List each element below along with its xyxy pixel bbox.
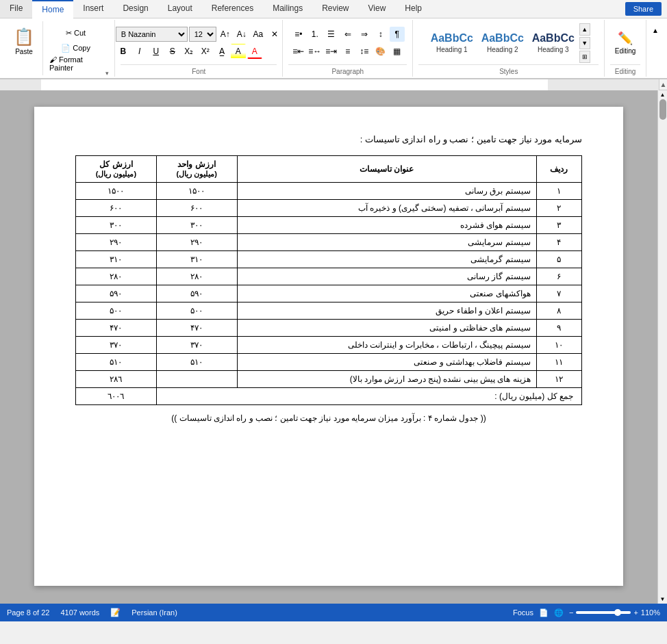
web-layout-button[interactable]: 🌐 (554, 608, 564, 617)
scroll-thumb[interactable] (659, 99, 666, 120)
tab-file[interactable]: File (0, 0, 32, 18)
format-painter-button[interactable]: 🖌 Format Painter (46, 57, 105, 70)
print-layout-button[interactable]: 📄 (539, 608, 549, 617)
clear-format-button[interactable]: ✕ (267, 27, 282, 42)
cell-name: سیستم گرمایشی (237, 251, 536, 268)
font-size-select[interactable]: 12 (189, 27, 216, 42)
zoom-in-button[interactable]: + (633, 608, 638, 617)
heading2-style[interactable]: AaBbCc Heading 2 (478, 23, 527, 63)
justify-button[interactable]: ≡ (340, 44, 355, 59)
tab-home[interactable]: Home (32, 0, 73, 18)
underline-button[interactable]: U (149, 44, 164, 59)
text-effects-button[interactable]: A̲ (214, 44, 229, 59)
cell-unit: ۴۷۰ (156, 320, 237, 337)
tab-references[interactable]: References (202, 0, 263, 18)
styles-scroll-up[interactable]: ▲ (579, 23, 590, 36)
align-right-button[interactable]: ≡⇥ (324, 44, 339, 59)
tab-insert[interactable]: Insert (73, 0, 113, 18)
styles-scroll-more[interactable]: ⊞ (579, 51, 590, 63)
cell-unit: ۲۹۰ (156, 234, 237, 251)
cell-total: ۶۰۰ (76, 200, 157, 217)
align-left-button[interactable]: ≡⇤ (291, 44, 306, 59)
vertical-scrollbar[interactable]: ▲ ▼ (657, 90, 667, 604)
subscript-button[interactable]: X₂ (181, 44, 197, 59)
cut-button[interactable]: ✂ Cut (46, 27, 105, 40)
cell-id: ۴ (536, 234, 581, 251)
status-right: Focus 📄 🌐 − + 110% (513, 608, 660, 617)
language-icon: 📝 (110, 608, 121, 617)
table-row: ۱۱سیستم فاضلاب بهداشتی و صنعتی۵۱۰۵۱۰ (76, 354, 582, 371)
increase-font-button[interactable]: A↑ (218, 27, 233, 42)
line-spacing-button[interactable]: ↕≡ (357, 44, 372, 59)
tab-mailings[interactable]: Mailings (263, 0, 312, 18)
increase-indent-button[interactable]: ⇒ (357, 27, 372, 42)
align-center-button[interactable]: ≡↔ (307, 44, 323, 59)
bullets-button[interactable]: ≡• (291, 27, 306, 42)
cell-name: سیستم هوای فشرده (237, 217, 536, 234)
paste-button[interactable]: 📋 Paste (8, 21, 40, 61)
cell-id: ۱۰ (536, 337, 581, 354)
decrease-font-button[interactable]: A↓ (234, 27, 249, 42)
heading3-style[interactable]: AaBbCc Heading 3 (529, 23, 578, 63)
editing-group: ✏️ Editing Editing (605, 20, 646, 77)
cell-id: ۹ (536, 320, 581, 337)
highlight-color-button[interactable]: A (231, 44, 246, 59)
zoom-slider[interactable] (614, 609, 621, 616)
collapse-ribbon-button[interactable]: ▲ (648, 23, 663, 38)
tab-review[interactable]: Review (312, 0, 358, 18)
cell-unit: ۳۰۰ (156, 217, 237, 234)
cell-unit: ۵۱۰ (156, 354, 237, 371)
table-row: ۱۲هزینه های پیش بینی نشده (پنج درصد ارزش… (76, 371, 582, 388)
strikethrough-button[interactable]: S (165, 44, 180, 59)
cell-name: سیستم آبرسانی ، تصفیه (سختی گیری) و ذخیر… (237, 200, 536, 217)
cell-name: سیستم فاضلاب بهداشتی و صنعتی (237, 354, 536, 371)
editing-label: Editing (615, 47, 636, 55)
document-heading: سرمایه مورد نیاز جهت تامین ؛ نصب و راه ا… (75, 134, 582, 144)
cell-id: ۳ (536, 217, 581, 234)
styles-scroll[interactable]: ▲ ▼ ⊞ (579, 23, 590, 63)
table-row: ۲سیستم آبرسانی ، تصفیه (سختی گیری) و ذخی… (76, 200, 582, 217)
word-count: 4107 words (60, 608, 99, 617)
superscript-button[interactable]: X² (198, 44, 213, 59)
ruler (0, 79, 659, 90)
table-row: ۴سیستم سرمایشی۲۹۰۲۹۰ (76, 234, 582, 251)
font-group: B Nazanin 12 A↑ A↓ Aa ✕ B I U S X₂ X² (115, 20, 283, 77)
font-family-select[interactable]: B Nazanin (116, 27, 188, 42)
shading-button[interactable]: 🎨 (373, 44, 388, 59)
change-case-button[interactable]: Aa (251, 27, 266, 42)
tab-design[interactable]: Design (113, 0, 158, 18)
cell-id: ۱۲ (536, 371, 581, 388)
borders-button[interactable]: ▦ (390, 44, 405, 59)
cell-name: سیستم برق رسانی (237, 183, 536, 200)
table-row: ۹سیستم های حفاظتی و امنیتی۴۷۰۴۷۰ (76, 320, 582, 337)
sort-button[interactable]: ↕ (373, 27, 388, 42)
show-hide-button[interactable]: ¶ (390, 27, 405, 42)
tab-layout[interactable]: Layout (158, 0, 202, 18)
numbering-button[interactable]: 1. (307, 27, 323, 42)
table-header-row: ردیف عنوان تاسیسات ارزش واحد(میلیون ریال… (76, 156, 582, 183)
heading2-preview: AaBbCc (481, 32, 524, 44)
share-button[interactable]: Share (625, 2, 662, 16)
heading3-label: Heading 3 (538, 46, 569, 53)
heading1-style[interactable]: AaBbCc Heading 1 (427, 23, 477, 63)
multilevel-list-button[interactable]: ☰ (324, 27, 339, 42)
table-row: ۷هواکشهای صنعتی۵۹۰۵۹۰ (76, 285, 582, 302)
tab-view[interactable]: View (359, 0, 396, 18)
editing-button[interactable]: ✏️ Editing (609, 25, 642, 61)
italic-button[interactable]: I (132, 44, 147, 59)
tab-help[interactable]: Help (395, 0, 431, 18)
zoom-out-button[interactable]: − (569, 608, 573, 617)
font-color-button[interactable]: A (247, 44, 262, 59)
focus-button[interactable]: Focus (513, 608, 533, 617)
scroll-down-button[interactable]: ▼ (660, 596, 666, 602)
ruler-collapse[interactable]: ▲ (659, 79, 667, 90)
copy-button[interactable]: 📄 Copy (46, 42, 105, 55)
heading1-preview: AaBbCc (431, 32, 473, 44)
decrease-indent-button[interactable]: ⇐ (340, 27, 355, 42)
bold-button[interactable]: B (116, 44, 131, 59)
scroll-up-button[interactable]: ▲ (660, 92, 666, 98)
data-table: ردیف عنوان تاسیسات ارزش واحد(میلیون ریال… (75, 155, 582, 405)
styles-scroll-down[interactable]: ▼ (579, 37, 590, 49)
ribbon-body: 📋 Paste ✂ Cut 📄 Copy 🖌 Format Painter ▾ … (0, 18, 667, 79)
clipboard-collapse[interactable]: ▾ (105, 70, 109, 77)
